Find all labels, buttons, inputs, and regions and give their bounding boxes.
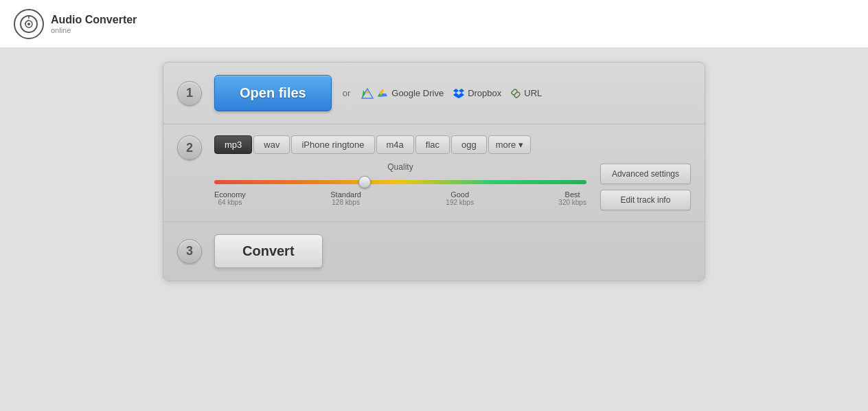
quality-marker-best: Best 320 kbps [558,190,586,206]
format-tab-iphone-ringtone[interactable]: iPhone ringtone [291,135,374,154]
more-chevron-icon: ▾ [518,140,523,150]
good-kbps: 192 kbps [446,199,474,206]
cloud-options: Google Drive Dropbox [361,88,542,99]
format-tabs: mp3 wav iPhone ringtone m4a flac ogg mor… [214,135,691,154]
logo-text-group: Audio Converter online [51,13,137,34]
step2-row: 2 mp3 wav iPhone ringtone m4a flac ogg m… [163,124,705,222]
step3-row: 3 Convert [163,222,705,280]
dropbox-icon [453,89,464,98]
main-content: 1 Open files or [0,48,868,411]
quality-slider-area: Quality Economy 64 kbps Standard 128 kbp… [214,162,586,206]
standard-label: Standard [330,190,361,199]
converter-panel: 1 Open files or [163,62,705,281]
app-title: Audio Converter [51,13,137,26]
step3-number: 3 [177,239,202,264]
economy-label: Economy [214,190,246,199]
google-drive-icon [361,88,374,99]
best-kbps: 320 kbps [558,199,586,206]
quality-label: Quality [214,162,586,172]
more-label: more [496,140,516,150]
svg-marker-6 [362,90,365,98]
quality-marker-good: Good 192 kbps [446,190,474,206]
app-logo [14,9,44,39]
google-drive-link[interactable]: Google Drive [361,88,444,99]
format-tab-mp3[interactable]: mp3 [214,135,252,154]
economy-kbps: 64 kbps [218,199,242,206]
audio-converter-icon [19,14,38,34]
step1-number: 1 [177,81,202,106]
open-files-button[interactable]: Open files [214,75,332,111]
quality-marker-economy: Economy 64 kbps [214,190,246,206]
step2-number: 2 [177,135,202,160]
step2-content: mp3 wav iPhone ringtone m4a flac ogg mor… [214,135,691,210]
dropbox-link[interactable]: Dropbox [453,88,501,98]
step1-content: Open files or [214,75,691,111]
edit-track-info-button[interactable]: Edit track info [600,190,691,210]
format-tab-ogg[interactable]: ogg [451,135,487,154]
step3-content: Convert [214,234,691,268]
dropbox-label: Dropbox [468,88,501,98]
best-label: Best [565,190,580,199]
format-tab-flac[interactable]: flac [415,135,450,154]
url-link[interactable]: URL [511,88,542,98]
svg-point-2 [27,23,30,25]
convert-button[interactable]: Convert [214,234,323,268]
standard-kbps: 128 kbps [332,199,360,206]
quality-section: Quality Economy 64 kbps Standard 128 kbp… [214,162,691,210]
app-header: Audio Converter online [0,0,868,48]
format-tab-m4a[interactable]: m4a [376,135,414,154]
url-label: URL [524,88,542,98]
good-label: Good [450,190,469,199]
settings-buttons: Advanced settings Edit track info [600,164,691,210]
gdrive-colored-icon [377,89,388,98]
url-icon [511,89,521,98]
step1-row: 1 Open files or [163,63,705,124]
advanced-settings-button[interactable]: Advanced settings [600,164,691,184]
format-tab-more[interactable]: more ▾ [488,135,532,154]
quality-marker-standard: Standard 128 kbps [330,190,361,206]
or-text: or [343,88,351,98]
google-drive-label: Google Drive [391,88,444,98]
quality-markers: Economy 64 kbps Standard 128 kbps Good 1… [214,190,586,206]
quality-slider[interactable] [214,180,586,184]
format-tab-wav[interactable]: wav [253,135,290,154]
app-subtitle: online [51,26,137,34]
